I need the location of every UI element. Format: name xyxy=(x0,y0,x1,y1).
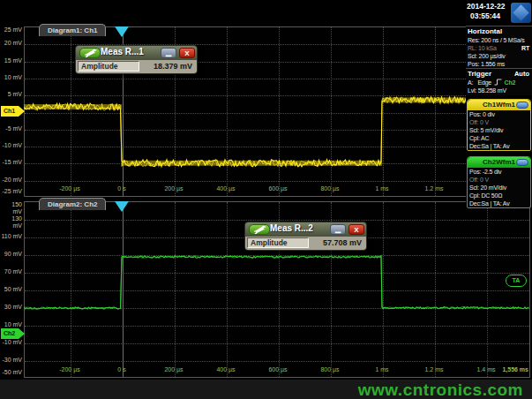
x-axis-label: 200 µs xyxy=(161,366,186,373)
y-axis-label: 50 mV xyxy=(1,286,22,293)
meas1-settings-button[interactable] xyxy=(79,48,101,58)
ch1wfm-row: Dec:Sa | TA: Av xyxy=(468,142,530,150)
y-axis-label: 20 mV xyxy=(1,40,22,47)
status-area: 2014-12-22 03:55:44 xyxy=(466,0,532,26)
x-axis-label: 400 µs xyxy=(214,366,238,373)
y-axis-label: 90 mV xyxy=(1,251,22,258)
wrench-icon xyxy=(80,49,100,57)
meas1-parameter-field[interactable]: Amplitude xyxy=(78,61,139,72)
y-axis-label: 70 mV xyxy=(1,268,22,275)
trigger-mode: Auto xyxy=(514,70,529,78)
meas2-close-button[interactable]: X xyxy=(348,224,364,235)
horizontal-res: Res: 200 ns / 5 MSa/s xyxy=(466,36,532,44)
x-axis-label: -200 µs xyxy=(57,185,82,192)
ch1wfm1-body: Pos: 0 divOff: 0 VScl: 5 mV/divCpl: ACDe… xyxy=(468,110,530,150)
x-axis-label: 1 ms xyxy=(370,185,394,192)
y-axis-label: 10 mV xyxy=(1,74,22,81)
y-axis-label: -10 mV xyxy=(1,142,22,149)
oscilloscope-screen: 25 mV20 mV15 mV10 mV5 mV0 V-5 mV-10 mV-1… xyxy=(0,0,532,399)
trigger-panel[interactable]: Trigger Auto A: Edge Ch2 Lvl: 58.258 mV xyxy=(466,68,532,95)
x-axis-label: 0 s xyxy=(109,366,134,373)
ch2wfm-row: Cpl: DC 50Ω xyxy=(468,192,530,200)
meas2-parameter-field[interactable]: Amplitude xyxy=(247,237,309,248)
status-time: 03:55:44 xyxy=(470,11,500,20)
ch2wfm1-panel[interactable]: Ch2Wfm1 Pos: -2.5 divOff: 0 VScl: 20 mV/… xyxy=(467,156,531,208)
x-axis-label: 400 µs xyxy=(214,185,238,192)
y-axis-label: 150 mV xyxy=(1,201,22,215)
horizontal-pos: Pos: 1.556 ms xyxy=(466,60,532,68)
horizontal-rl-text: RL: 10 kSa xyxy=(468,45,497,51)
horizontal-panel-title: Horizontal xyxy=(466,26,532,36)
trigger-position-marker-icon[interactable] xyxy=(115,26,129,37)
tab-diagram2[interactable]: Diagram2: Ch2 xyxy=(39,198,106,210)
y-axis-label: -15 mV xyxy=(1,159,22,166)
y-axis-label: 5 mV xyxy=(1,91,22,98)
x-axis-label: 600 µs xyxy=(266,185,290,192)
horizontal-panel[interactable]: Horizontal Res: 200 ns / 5 MSa/s RL: 10 … xyxy=(466,26,532,68)
ch1wfm-row: Pos: 0 div xyxy=(468,110,530,118)
watermark-url: www.cntronics.com xyxy=(358,380,523,399)
meas2-header[interactable]: Meas R...2 ▁ X xyxy=(245,222,366,237)
wrench-icon xyxy=(250,225,269,234)
x-axis-label: 200 µs xyxy=(161,185,186,192)
ch1wfm1-header[interactable]: Ch1Wfm1 xyxy=(468,100,530,110)
x-axis-label: -200 µs xyxy=(57,366,82,373)
ch2-ground-marker[interactable]: Ch2 xyxy=(1,328,25,339)
horizontal-scl: Scl: 200 µs/div xyxy=(466,52,532,60)
trigger-a-row: A: Edge Ch2 xyxy=(466,79,532,87)
y-axis-label: -25 mV xyxy=(1,188,22,195)
meas1-title: Meas R...1 xyxy=(101,47,144,56)
x-axis-edge-label: 1,556 ms xyxy=(493,366,528,373)
rohde-schwarz-logo-icon xyxy=(511,3,531,23)
x-axis-label: 800 µs xyxy=(318,185,342,192)
x-axis-label: 600 µs xyxy=(266,366,290,373)
trigger-level-badge[interactable]: TA xyxy=(506,275,527,287)
ch2wfm-row: Dec:Sa | TA: Av xyxy=(468,200,530,207)
x-axis-label: 0 s xyxy=(109,185,134,192)
meas1-header[interactable]: Meas R...1 ▁ X xyxy=(76,46,197,60)
horizontal-rt-flag: RT xyxy=(521,44,529,52)
meas1-minimize-button[interactable]: ▁ xyxy=(161,48,176,58)
ch1wfm-row: Cpl: AC xyxy=(468,134,530,142)
bottom-strip: www.cntronics.com xyxy=(0,380,532,399)
y-axis-label: -20 mV xyxy=(1,177,22,184)
ch2wfm1-title: Ch2Wfm1 xyxy=(483,158,515,166)
meas1-value: 18.379 mV xyxy=(154,62,192,71)
y-axis-label: 110 mV xyxy=(1,233,22,240)
y-axis-label: 30 mV xyxy=(1,304,22,311)
ch2wfm-row: Scl: 20 mV/div xyxy=(468,184,530,192)
horizontal-rl: RL: 10 kSa RT xyxy=(466,44,532,52)
ch1wfm1-title: Ch1Wfm1 xyxy=(483,101,515,109)
y-axis-label: -50 mV xyxy=(1,369,22,376)
meas2-minimize-button[interactable]: ▁ xyxy=(330,224,346,235)
y-axis-label: 130 mV xyxy=(1,215,22,230)
y-axis-label: -30 mV xyxy=(1,357,22,364)
tab-diagram1[interactable]: Diagram1: Ch1 xyxy=(39,24,106,36)
meas-result-1-popup: Meas R...1 ▁ X Amplitude 18.379 mV xyxy=(75,45,198,74)
x-axis-label: 1 ms xyxy=(370,366,394,373)
status-date: 2014-12-22 xyxy=(467,2,511,11)
meas2-settings-button[interactable] xyxy=(249,224,270,235)
x-axis-label: 800 µs xyxy=(318,366,342,373)
ch2wfm-row: Pos: -2.5 div xyxy=(468,168,530,176)
ch1wfm1-minimize-icon[interactable] xyxy=(516,102,528,109)
meas2-title: Meas R...2 xyxy=(270,223,313,233)
edge-slope-icon xyxy=(494,79,502,86)
ch1wfm1-panel[interactable]: Ch1Wfm1 Pos: 0 divOff: 0 VScl: 5 mV/divC… xyxy=(467,99,531,151)
trigger-level: Lvl: 58.258 mV xyxy=(466,87,532,94)
meas1-body: Amplitude 18.379 mV xyxy=(76,60,197,73)
y-axis-label: -10 mV xyxy=(1,339,22,346)
meas1-close-button[interactable]: X xyxy=(179,48,195,58)
x-axis-label: 1.2 ms xyxy=(422,185,446,192)
meas2-value: 57.708 mV xyxy=(323,238,362,247)
ch2wfm-row: Off: 0 V xyxy=(468,176,530,184)
ch1wfm-row: Off: 0 V xyxy=(468,118,530,126)
ch2wfm1-minimize-icon[interactable] xyxy=(516,159,528,166)
trigger-position-marker-icon[interactable] xyxy=(115,201,129,212)
meas-result-2-popup: Meas R...2 ▁ X Amplitude 57.708 mV xyxy=(244,222,367,251)
trigger-title-text: Trigger xyxy=(468,70,491,78)
y-axis-label: 15 mV xyxy=(1,57,22,64)
y-axis-label: 25 mV xyxy=(1,26,22,34)
trigger-a-label: A: xyxy=(468,79,473,86)
ch2wfm1-header[interactable]: Ch2Wfm1 xyxy=(468,157,530,168)
